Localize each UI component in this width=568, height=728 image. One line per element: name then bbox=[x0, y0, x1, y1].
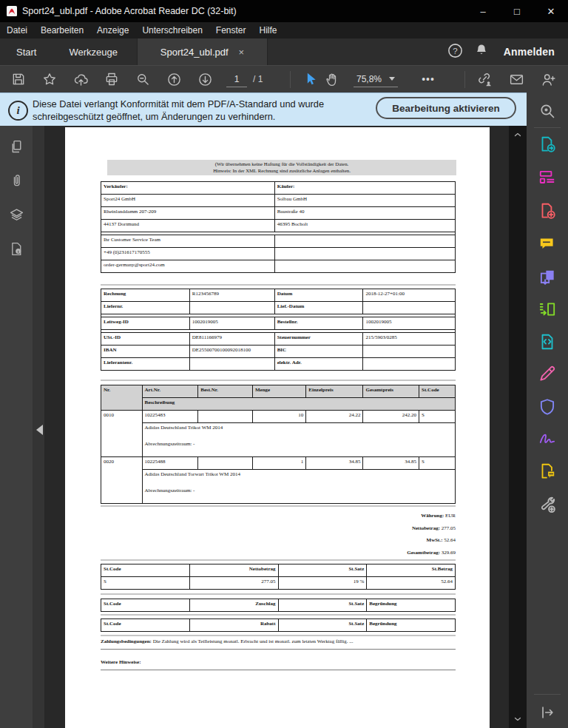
close-button[interactable]: ✕ bbox=[534, 0, 568, 22]
label-cell: Rechnung bbox=[101, 289, 190, 302]
discount-table: St.CodeRabattSt.SatzBegründung bbox=[101, 619, 456, 632]
header-cell: Rabatt bbox=[189, 619, 278, 632]
search-button[interactable] bbox=[132, 68, 154, 90]
label-cell: Lief.-Datum bbox=[274, 302, 363, 314]
comment-icon bbox=[538, 235, 557, 254]
combine-files-button[interactable] bbox=[535, 266, 559, 289]
create-pdf-button[interactable] bbox=[535, 199, 559, 223]
tab-close-icon[interactable]: × bbox=[239, 47, 245, 58]
email-button[interactable] bbox=[505, 68, 527, 90]
search-tool-button[interactable] bbox=[535, 99, 559, 123]
more-tools-button[interactable]: ••• bbox=[416, 68, 441, 90]
tab-werkzeuge[interactable]: Werkzeuge bbox=[53, 38, 134, 65]
menu-datei[interactable]: Datei bbox=[0, 25, 34, 36]
add-person-button[interactable] bbox=[537, 68, 559, 90]
paperclip-icon bbox=[9, 173, 24, 189]
organize-pages-button[interactable] bbox=[535, 297, 559, 321]
header-cell: Nr. bbox=[101, 385, 143, 411]
label-cell: Datum bbox=[274, 289, 363, 302]
menu-anzeige[interactable]: Anzeige bbox=[90, 25, 135, 36]
cloud-upload-button[interactable] bbox=[70, 68, 92, 90]
export-pdf-button[interactable] bbox=[535, 132, 559, 156]
fill-sign-button[interactable] bbox=[535, 362, 559, 385]
info-icon: i bbox=[8, 101, 28, 121]
label-cell: Lieferantenr. bbox=[101, 358, 190, 371]
request-signatures-button[interactable] bbox=[535, 459, 559, 483]
table-header-row: St.CodeNettobetragSt.SatzSt.Betrag bbox=[101, 564, 456, 577]
previous-page-button[interactable] bbox=[163, 68, 185, 90]
standards-doc-icon bbox=[9, 241, 24, 257]
adobe-sign-button[interactable] bbox=[535, 426, 559, 450]
rule-line bbox=[101, 670, 456, 670]
select-tool-button[interactable] bbox=[300, 68, 322, 90]
menu-unterschreiben[interactable]: Unterschreiben bbox=[135, 25, 209, 36]
minimize-button[interactable]: – bbox=[466, 0, 500, 22]
cell: 10 bbox=[253, 411, 306, 423]
sign-in-button[interactable]: Anmelden bbox=[504, 46, 555, 58]
notification-text: Diese Datei verlangt Konformität mit dem… bbox=[33, 98, 324, 123]
collapse-panel-handle[interactable] bbox=[35, 422, 44, 438]
cell: 34.85 bbox=[363, 457, 419, 470]
layers-button[interactable] bbox=[5, 203, 27, 226]
envelope-icon bbox=[509, 72, 524, 87]
compress-pdf-icon bbox=[538, 332, 557, 351]
print-button[interactable] bbox=[101, 68, 123, 90]
search-icon bbox=[538, 102, 556, 120]
vertical-scrollbar[interactable] bbox=[509, 126, 527, 728]
tab-bar: Start Werkzeuge Sport24_ubl.pdf × ? Anme… bbox=[0, 38, 568, 65]
save-icon bbox=[11, 72, 26, 87]
enable-editing-button[interactable]: Bearbeitung aktivieren bbox=[376, 97, 516, 119]
table-header-row: St.CodeRabattSt.SatzBegründung bbox=[101, 619, 456, 632]
maximize-button[interactable]: □ bbox=[500, 0, 534, 22]
menu-bearbeiten[interactable]: Bearbeiten bbox=[34, 25, 90, 36]
table-header-row: Nr. Art.Nr. Best.Nr. Menge Einzelpreis G… bbox=[101, 385, 456, 398]
table-row: 44137 Dortmund46395 Bocholt bbox=[101, 220, 456, 232]
scroll-up-icon[interactable] bbox=[511, 129, 524, 141]
save-button[interactable] bbox=[7, 68, 30, 90]
triangle-left-icon bbox=[36, 425, 43, 435]
edit-pdf-button[interactable] bbox=[535, 166, 559, 189]
compress-pdf-button[interactable] bbox=[535, 330, 559, 354]
share-link-button[interactable] bbox=[473, 68, 496, 90]
star-icon bbox=[42, 72, 57, 87]
page-number-input[interactable]: 1 bbox=[226, 71, 247, 87]
attachments-button[interactable] bbox=[5, 169, 27, 192]
cell: 46395 Bocholt bbox=[274, 220, 455, 232]
help-icon[interactable]: ? bbox=[447, 42, 464, 62]
menu-hilfe[interactable]: Hilfe bbox=[253, 25, 284, 36]
cell: 52.64 bbox=[367, 577, 456, 590]
table-row: order-germany@sport24.com bbox=[101, 260, 456, 273]
next-page-button[interactable] bbox=[194, 68, 216, 90]
cell bbox=[363, 302, 456, 314]
share-link-icon bbox=[477, 72, 493, 87]
tab-start[interactable]: Start bbox=[0, 38, 53, 65]
tab-document[interactable]: Sport24_ubl.pdf × bbox=[137, 38, 268, 65]
comment-button[interactable] bbox=[535, 232, 559, 256]
table-row: IBANDE25500700100092018100BIC bbox=[101, 346, 456, 358]
section-divider bbox=[101, 284, 456, 286]
table-row: Verkäufer:Käufer: bbox=[101, 182, 456, 195]
more-tools-button[interactable] bbox=[535, 493, 559, 516]
favorite-button[interactable] bbox=[38, 68, 61, 90]
rule-line bbox=[101, 649, 456, 650]
page-thumbnails-button[interactable] bbox=[5, 135, 27, 158]
header-cell: Gesamtpreis bbox=[363, 385, 419, 398]
search-icon bbox=[135, 72, 150, 87]
menu-fenster[interactable]: Fenster bbox=[209, 25, 253, 36]
cell: Rheinlanddamm 207-209 bbox=[101, 207, 275, 220]
protect-button[interactable] bbox=[535, 395, 559, 419]
bell-icon[interactable] bbox=[474, 43, 489, 61]
standards-button[interactable] bbox=[5, 237, 27, 260]
table-row: Lieferantenr.elektr. Adr. bbox=[101, 358, 456, 371]
page-up-icon bbox=[166, 72, 182, 87]
pdf-page: (Wir übernehmen keine Haftung für die Vo… bbox=[65, 127, 490, 728]
zoom-control[interactable]: 75,8% bbox=[354, 71, 398, 87]
cell bbox=[363, 346, 456, 358]
expand-panel-button[interactable] bbox=[535, 701, 559, 724]
cell: DE811166979 bbox=[189, 333, 274, 346]
table-row: Leitweg-ID1002019005Bestellnr.1002019005 bbox=[101, 317, 456, 330]
surcharge-table: St.CodeZuschlagSt.SatzBegründung bbox=[101, 599, 456, 612]
hand-tool-button[interactable] bbox=[321, 68, 343, 90]
toolbar-divider bbox=[464, 71, 465, 88]
scroll-down-icon[interactable] bbox=[511, 713, 524, 725]
